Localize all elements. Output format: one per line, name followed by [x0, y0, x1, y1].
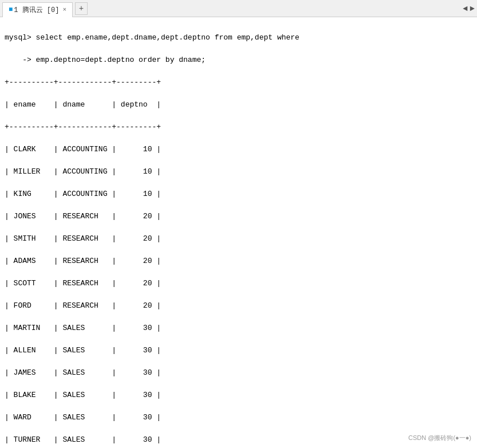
row-allen: | ALLEN | SALES | 30 |	[5, 346, 161, 355]
row-martin: | MARTIN | SALES | 30 |	[5, 324, 161, 332]
new-tab-button[interactable]: +	[75, 2, 88, 15]
sql-line2: -> emp.deptno=dept.deptno order by dname…	[5, 56, 206, 64]
row-smith: | SMITH | RESEARCH | 20 |	[5, 234, 161, 243]
tab-close-button[interactable]: ×	[62, 6, 66, 13]
row-miller: | MILLER | ACCOUNTING | 10 |	[5, 167, 161, 176]
nav-arrows: ◄ ►	[463, 4, 475, 13]
row-king: | KING | ACCOUNTING | 10 |	[5, 190, 161, 198]
sql-line1: mysql> select emp.ename,dept.dname,dept.…	[5, 33, 299, 42]
watermark: CSDN @搬砖狗(●一●)	[408, 434, 471, 442]
row-james: | JAMES | SALES | 30 |	[5, 368, 161, 377]
nav-left-icon[interactable]: ◄	[463, 4, 467, 13]
sep2: +----------+------------+---------+	[5, 123, 161, 131]
tab-label: 1 腾讯云 [0]	[14, 5, 59, 15]
row-blake: | BLAKE | SALES | 30 |	[5, 391, 161, 399]
nav-right-icon[interactable]: ►	[470, 4, 475, 13]
table-header: | ename | dname | deptno |	[5, 100, 161, 109]
terminal-output[interactable]: mysql> select emp.ename,dept.dname,dept.…	[0, 17, 477, 448]
active-tab[interactable]: ■ 1 腾讯云 [0] ×	[2, 2, 73, 17]
titlebar: ■ 1 腾讯云 [0] × + ◄ ►	[0, 0, 477, 17]
row-scott: | SCOTT | RESEARCH | 20 |	[5, 279, 161, 288]
tencent-icon: ■	[9, 6, 13, 14]
row-ward: | WARD | SALES | 30 |	[5, 413, 161, 422]
row-ford: | FORD | RESEARCH | 20 |	[5, 301, 161, 310]
row-turner: | TURNER | SALES | 30 |	[5, 435, 161, 444]
sep1: +----------+------------+---------+	[5, 78, 161, 87]
row-clark: | CLARK | ACCOUNTING | 10 |	[5, 145, 161, 154]
row-adams: | ADAMS | RESEARCH | 20 |	[5, 257, 161, 265]
row-jones: | JONES | RESEARCH | 20 |	[5, 212, 161, 221]
